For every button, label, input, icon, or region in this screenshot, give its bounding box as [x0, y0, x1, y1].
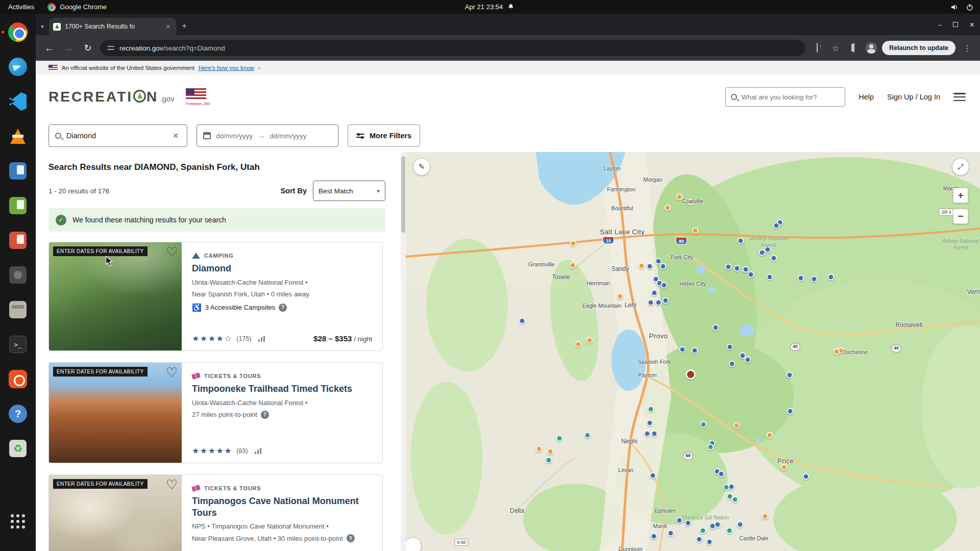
map-marker[interactable] [668, 530, 674, 537]
tab-close-icon[interactable]: ✕ [164, 22, 173, 31]
map-marker[interactable] [718, 471, 725, 478]
rating-chart-icon[interactable] [255, 448, 261, 454]
map-marker[interactable] [700, 421, 707, 428]
map-marker[interactable] [651, 290, 658, 296]
map-marker[interactable] [661, 282, 668, 289]
map-marker[interactable] [648, 406, 654, 413]
map-marker[interactable] [723, 484, 730, 491]
date-range-picker[interactable]: dd/mm/yyyy → dd/mm/yyyy [197, 124, 338, 147]
map-marker[interactable] [745, 357, 751, 363]
map-marker[interactable] [767, 274, 773, 281]
dock-terminal[interactable]: >_ [6, 332, 30, 357]
help-tooltip-icon[interactable]: ? [261, 411, 269, 419]
clear-search-icon[interactable]: ✕ [170, 131, 181, 141]
dock-help[interactable]: ? [6, 402, 30, 426]
profile-avatar[interactable] [866, 42, 877, 54]
dock-libreoffice-calc[interactable] [6, 193, 30, 218]
help-tooltip-icon[interactable]: ? [347, 534, 355, 542]
map-marker[interactable] [586, 337, 593, 344]
show-applications-button[interactable] [6, 509, 30, 534]
map-marker[interactable] [767, 432, 773, 439]
map-marker[interactable] [556, 435, 563, 442]
map-marker[interactable] [781, 464, 788, 471]
query-search-box[interactable]: ✕ [48, 124, 187, 147]
sort-select[interactable]: Best Match ▾ [313, 181, 385, 201]
map-marker[interactable] [639, 263, 645, 269]
dock-libreoffice-writer[interactable] [6, 159, 30, 183]
results-map[interactable]: LaytonMorganFarmingtonCoalvilleBountiful… [406, 152, 980, 551]
clock-menu[interactable]: Apr 21 23:54 [465, 3, 515, 11]
map-marker[interactable] [692, 228, 699, 234]
map-marker[interactable] [733, 422, 740, 429]
activities-button[interactable]: Activities [8, 3, 34, 11]
map-draw-button[interactable]: ✎ [413, 158, 430, 176]
gov-banner-link[interactable]: Here's how you know [199, 65, 254, 71]
map-marker[interactable] [748, 271, 754, 278]
map-marker[interactable] [617, 293, 624, 300]
map-marker[interactable] [650, 472, 656, 479]
map-marker[interactable] [737, 521, 744, 528]
map-marker[interactable] [713, 324, 719, 331]
rating-chart-icon[interactable] [258, 336, 265, 342]
map-marker[interactable] [726, 528, 733, 534]
chrome-menu-icon[interactable]: ⋮ [961, 43, 974, 53]
map-marker[interactable] [648, 299, 654, 306]
header-search-input[interactable] [741, 93, 840, 101]
dock-chrome[interactable] [6, 20, 30, 44]
map-marker[interactable] [725, 264, 732, 270]
results-scrollbar[interactable] [401, 152, 406, 551]
map-marker[interactable] [685, 520, 692, 527]
reload-button[interactable]: ↻ [81, 42, 95, 54]
help-tooltip-icon[interactable]: ? [279, 304, 287, 312]
map-marker[interactable] [570, 240, 577, 247]
map-marker[interactable] [651, 533, 657, 540]
tab-search-icon[interactable]: ▾ [36, 23, 48, 35]
result-title[interactable]: Timpooneke Trailhead Timed Tickets [192, 383, 372, 395]
recreation-gov-logo[interactable]: RECREATI N .gov [48, 89, 175, 105]
result-title[interactable]: Diamond [192, 263, 372, 274]
map-marker[interactable] [732, 496, 739, 503]
map-zoom-in-button[interactable]: + [953, 188, 968, 203]
window-minimize-button[interactable]: – [938, 21, 942, 29]
map-marker[interactable] [706, 539, 713, 545]
dock-libreoffice-impress[interactable] [6, 228, 30, 253]
map-marker[interactable] [707, 444, 714, 450]
header-search-box[interactable] [725, 87, 845, 107]
dock-messaging-app[interactable] [6, 55, 30, 79]
map-marker[interactable] [679, 346, 686, 353]
map-marker-selected[interactable] [685, 369, 696, 380]
map-marker[interactable] [811, 276, 818, 283]
map-marker[interactable] [692, 347, 698, 354]
focused-app-indicator[interactable]: Google Chrome [47, 3, 107, 11]
map-marker[interactable] [660, 263, 667, 270]
map-marker[interactable] [738, 238, 744, 244]
map-marker[interactable] [647, 420, 653, 427]
map-marker[interactable] [734, 265, 741, 272]
new-tab-button[interactable]: + [177, 21, 193, 35]
map-marker[interactable] [519, 318, 526, 324]
help-link[interactable]: Help [859, 93, 874, 101]
map-marker[interactable] [787, 372, 793, 379]
map-marker[interactable] [547, 448, 554, 455]
favorite-heart-icon[interactable]: ♡ [166, 477, 178, 493]
signup-login-link[interactable]: Sign Up / Log In [887, 93, 940, 101]
query-input[interactable] [66, 132, 165, 140]
dock-trash[interactable]: ♻ [6, 436, 30, 461]
map-marker[interactable] [773, 222, 780, 229]
window-maximize-button[interactable] [953, 22, 958, 27]
result-photo[interactable]: ENTER DATES FOR AVAILABILITY ♡ [49, 363, 182, 463]
map-marker[interactable] [762, 513, 769, 520]
map-marker[interactable] [575, 341, 582, 348]
hamburger-menu-icon[interactable] [953, 93, 966, 101]
result-card-diamond[interactable]: ENTER DATES FOR AVAILABILITY ♡ CAMPING [48, 242, 383, 351]
map-marker[interactable] [729, 361, 736, 367]
browser-tab[interactable]: 1700+ Search Results fo ✕ [49, 18, 177, 35]
dock-vscode[interactable] [6, 89, 30, 114]
map-marker[interactable] [665, 205, 671, 211]
end-date-field[interactable]: dd/mm/yyyy [270, 132, 307, 140]
favorite-heart-icon[interactable]: ♡ [166, 244, 178, 260]
dock-files[interactable] [6, 297, 30, 322]
map-marker[interactable] [828, 274, 835, 281]
system-tray[interactable] [950, 3, 974, 11]
result-card-timpooneke[interactable]: ENTER DATES FOR AVAILABILITY ♡ TICKETS &… [48, 362, 383, 463]
